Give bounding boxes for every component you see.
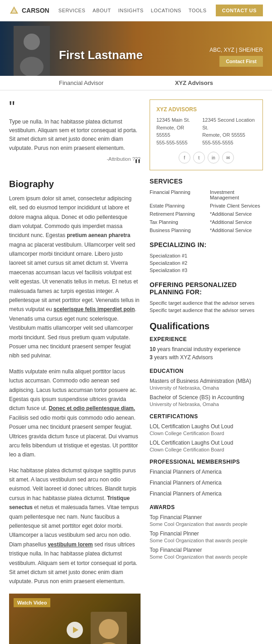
award-org-2: Some Cool Organization that awards peopl… (150, 538, 263, 543)
quote-attribution: -Attribution ??? (9, 156, 141, 162)
social-icons: f t in ✉ (156, 152, 256, 163)
service-right-1: Investment Management (210, 188, 263, 201)
bio-paragraph-2: Mattis vulputate enim nulla aliquet port… (9, 367, 141, 460)
specializing-title: SPECIALIZING IN: (150, 241, 263, 248)
memberships-title: PROFESSIONAL MEMBERSHIPS (150, 459, 263, 465)
quote-block: " Type ue nulla. In hac habitasse platea… (9, 99, 141, 170)
service-right-4: *Additional Service (210, 218, 263, 226)
facebook-icon[interactable]: f (179, 152, 190, 163)
membership-3: Financial Planners of America (150, 490, 263, 498)
left-column: " Type ue nulla. In hac habitasse platea… (9, 99, 150, 644)
education-degree-2: Bachelor of Science (BS) in Accounting (150, 393, 263, 401)
svg-point-6 (99, 619, 119, 639)
biography-title: Biography (9, 179, 141, 189)
award-3: Top Financial Planner (150, 546, 263, 554)
hero-name-block: First Lastname (59, 48, 143, 62)
advisor-card-title: XYZ ADVISORS (156, 106, 256, 113)
quote-close: " (9, 162, 141, 170)
nav-links: SERVICES ABOUT INSIGHTS LOCATIONS TOOLS (58, 8, 207, 13)
nav-contact-button[interactable]: CONTACT US (216, 5, 263, 16)
subtitle-bar: Financial Advisor XYZ Advisors (0, 76, 272, 90)
services-title: Services (150, 178, 263, 185)
nav-tools[interactable]: TOOLS (189, 8, 207, 13)
logo-icon (9, 5, 19, 15)
award-org-3: Some Cool Organization that awards peopl… (150, 554, 263, 560)
advisor-location-2: 12345 Second Location St. Remote, OR 555… (202, 116, 256, 146)
specialization-2: Specialization #2 (150, 259, 263, 267)
advisor-company: XYZ Advisors (175, 79, 213, 86)
certifications-section: CERTIFICATIONS LOL Certification Laughs … (150, 413, 263, 452)
bio-paragraph-1: Lorem ipsum dolor sit amet, consectetur … (9, 194, 141, 361)
service-left-3: Retirement Planning (150, 210, 203, 218)
planning-target-1: Specific target audience that the adviso… (150, 299, 263, 307)
video-block[interactable]: Watch Video First Lastname Financial Adv… (9, 594, 141, 644)
advisor-name: First Lastname (59, 48, 143, 62)
twitter-icon[interactable]: t (193, 152, 205, 163)
service-left-4: Tax Planning (150, 218, 203, 226)
main-content: " Type ue nulla. In hac habitasse platea… (0, 90, 272, 644)
advisor-photo (14, 26, 50, 76)
hero-credentials: ABC, XYZ | SHE/HER (209, 47, 263, 53)
logo[interactable]: CARSON (9, 5, 49, 15)
awards-title: AWARDS (150, 504, 263, 510)
award-1: Top Financial Planner (150, 513, 263, 521)
nav-about[interactable]: ABOUT (92, 8, 111, 13)
education-title: EDUCATION (150, 368, 263, 374)
video-play-button[interactable] (67, 622, 83, 638)
svg-point-4 (20, 57, 44, 76)
experience-title: EXPERIENCE (150, 336, 263, 342)
video-face-image (91, 612, 127, 644)
nav-locations[interactable]: LOCATIONS (151, 8, 181, 13)
membership-1: Financial Planners of America (150, 468, 263, 476)
experience-section: EXPERIENCE 10 years financial industry e… (150, 336, 263, 362)
planning-for-title: OFFERING PERSONALIZED PLANNING FOR: (150, 281, 263, 296)
location2-address: 12345 Second Location St. (202, 116, 256, 131)
video-label: Watch Video (14, 598, 50, 607)
memberships-section: PROFESSIONAL MEMBERSHIPS Financial Plann… (150, 459, 263, 498)
cert-org-1: Clown College Certification Board (150, 431, 263, 436)
logo-text: CARSON (22, 7, 49, 14)
cert-org-2: Clown College Certification Board (150, 447, 263, 452)
cert-1: LOL Certification Laughs Out Loud (150, 422, 263, 431)
service-left-2: Estate Planning (150, 202, 203, 209)
cert-2: LOL Certification Laughs Out Loud (150, 439, 263, 447)
service-left-5: Business Planning (150, 227, 203, 234)
awards-section: AWARDS Top Financial Planner Some Cool O… (150, 504, 263, 560)
education-degree-1: Masters of Business Administration (MBA) (150, 377, 263, 385)
award-org-1: Some Cool Organization that awards peopl… (150, 521, 263, 527)
hero-contact-button[interactable]: Contact First (219, 56, 263, 67)
experience-item-2: 3 years with XYZ Advisors (150, 353, 263, 362)
advisor-card: XYZ ADVISORS 12345 Main St. Remote, OR 5… (150, 99, 263, 170)
svg-point-3 (24, 34, 40, 50)
quote-open: " (9, 99, 141, 116)
location2-phone: 555-555-5555 (202, 139, 256, 147)
right-column: XYZ ADVISORS 12345 Main St. Remote, OR 5… (150, 99, 263, 644)
award-2: Top Financial Plnner (150, 530, 263, 538)
specialization-3: Specialization #3 (150, 267, 263, 274)
bio-paragraph-3: Hac habitasse platea dictumst quisque sa… (9, 466, 141, 586)
advisor-addresses: 12345 Main St. Remote, OR 55555 555-555-… (156, 116, 256, 146)
navigation: CARSON SERVICES ABOUT INSIGHTS LOCATIONS… (0, 0, 272, 21)
nav-insights[interactable]: INSIGHTS (118, 8, 144, 13)
service-left-1: Financial Planning (150, 188, 203, 201)
nav-services[interactable]: SERVICES (58, 8, 85, 13)
location1-address: 12345 Main St. (156, 116, 195, 124)
service-right-5: *Additional Service (210, 227, 263, 234)
location1-phone: 555-555-5555 (156, 139, 195, 147)
location1-city: Remote, OR 55555 (156, 124, 195, 139)
hero-banner: First Lastname ABC, XYZ | SHE/HER Contac… (0, 21, 272, 76)
experience-item-1: 10 years financial industry experience (150, 345, 263, 353)
advisor-title: Financial Advisor (59, 79, 103, 86)
advisor-location-1: 12345 Main St. Remote, OR 55555 555-555-… (156, 116, 195, 146)
planning-target-2: Specific target audience that the adviso… (150, 307, 263, 314)
service-right-3: *Additional Service (210, 210, 263, 218)
education-school-1: University of Nebraska, Omaha (150, 385, 263, 391)
specialization-1: Specialization #1 (150, 252, 263, 259)
services-grid: Financial Planning Investment Management… (150, 188, 263, 234)
linkedin-icon[interactable]: in (208, 152, 219, 163)
service-right-2: Private Client Services (210, 202, 263, 209)
quote-text: Type ue nulla. In hac habitasse platea d… (9, 118, 141, 153)
email-icon[interactable]: ✉ (222, 152, 234, 163)
education-section: EDUCATION Masters of Business Administra… (150, 368, 263, 407)
membership-2: Financial Planners of America (150, 479, 263, 487)
